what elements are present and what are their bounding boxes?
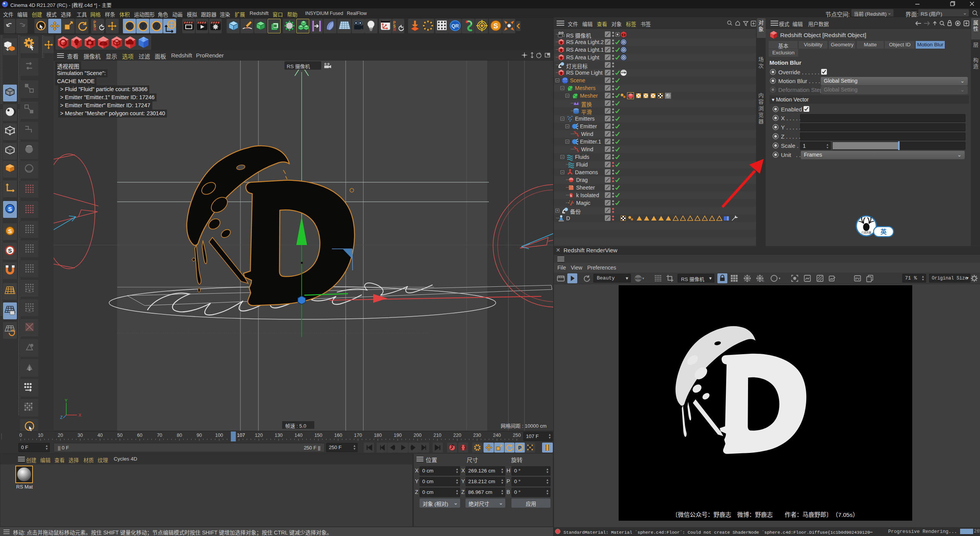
svg-text:P: P <box>518 445 521 451</box>
svg-text:RGB: RGB <box>635 277 642 280</box>
svg-text:S: S <box>8 228 12 234</box>
svg-text:S: S <box>8 206 12 212</box>
svg-text:S: S <box>8 247 12 254</box>
svg-text:R: R <box>93 27 96 31</box>
svg-text:Y: Y <box>65 398 68 403</box>
svg-text:QR: QR <box>451 23 459 29</box>
svg-text:英: 英 <box>880 228 887 235</box>
svg-text:R: R <box>393 28 396 32</box>
svg-text:Z: Z <box>155 23 158 29</box>
svg-text:行走的鹿: 行走的鹿 <box>861 231 872 234</box>
svg-text:Z: Z <box>60 415 63 420</box>
svg-text:PV: PV <box>855 277 860 281</box>
svg-text:Y: Y <box>141 23 145 29</box>
svg-text:G: G <box>762 279 764 283</box>
svg-text:X: X <box>128 23 132 29</box>
svg-text:〔微信公众号：野鹿志 微博：野鹿志 作者：马鹿野郎〕 （7: 〔微信公众号：野鹿志 微博：野鹿志 作者：马鹿野郎〕 （7.05s） <box>672 511 858 518</box>
svg-text:k: k <box>570 194 572 198</box>
svg-text:S: S <box>493 22 498 30</box>
svg-text:X: X <box>78 413 82 417</box>
